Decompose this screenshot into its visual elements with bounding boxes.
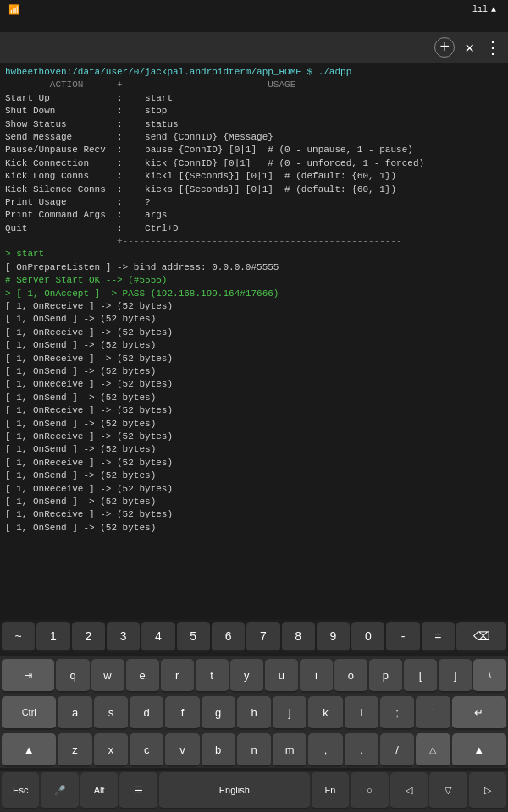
key-h[interactable]: h [237, 696, 271, 730]
key-,-8[interactable]: , [308, 733, 342, 767]
key-'[interactable]: ' [416, 696, 450, 730]
key-m-7[interactable]: m [273, 733, 306, 767]
menu-icon[interactable]: ⋮ [484, 37, 501, 58]
terminal-line: Pause/Unpause Recv : pause {ConnID} [0|1… [5, 144, 503, 156]
key-△-11[interactable]: △ [416, 733, 450, 767]
key-n-6[interactable]: n [237, 733, 271, 767]
key-q[interactable]: q [56, 659, 89, 693]
enter-key[interactable]: ↵ [452, 696, 506, 730]
num-key-9[interactable]: 9 [317, 622, 350, 652]
title-bar: + ✕ ⋮ [0, 32, 508, 63]
key-s[interactable]: s [94, 696, 128, 730]
status-bar2 [0, 19, 508, 32]
shift-right-key[interactable]: ▲ [452, 733, 506, 767]
key-t[interactable]: t [196, 659, 229, 693]
num-key-7[interactable]: 7 [246, 622, 279, 652]
zxcv-row: ▲zxcvbnm,./△▲ [0, 731, 508, 768]
title-bar-right: + ✕ ⋮ [434, 37, 501, 58]
key-x-2[interactable]: x [94, 733, 128, 767]
key-k[interactable]: k [308, 696, 342, 730]
menu-key[interactable]: ☰ [119, 772, 157, 809]
key-a[interactable]: a [58, 696, 91, 730]
mic-key[interactable]: 🎤 [41, 772, 78, 809]
num-key-12[interactable]: = [422, 622, 455, 652]
language-key[interactable]: English [159, 772, 310, 809]
num-key-10[interactable]: 0 [351, 622, 384, 652]
num-key-5[interactable]: 5 [177, 622, 210, 652]
num-key-8[interactable]: 8 [282, 622, 315, 652]
key-.-9[interactable]: . [345, 733, 378, 767]
key-;[interactable]: ; [380, 696, 414, 730]
key-i[interactable]: i [300, 659, 333, 693]
terminal-line: Kick Long Conns : kickl [{Seconds}] [0|1… [5, 170, 503, 183]
add-icon[interactable]: + [434, 37, 455, 58]
terminal-line: Kick Silence Conns : kicks [{Seconds}] [… [5, 184, 503, 196]
key-l[interactable]: l [345, 696, 378, 730]
fn-key[interactable]: Fn [312, 772, 349, 809]
nav-down-key[interactable]: ▽ [429, 772, 467, 809]
key-v-4[interactable]: v [165, 733, 199, 767]
terminal-lines: hwbeethoven:/data/user/0/jackpal.android… [5, 66, 503, 535]
terminal-line: [ 1, OnSend ] -> (52 bytes) [5, 339, 503, 352]
home-key[interactable]: ○ [351, 772, 388, 809]
backspace-key[interactable]: ⌫ [456, 622, 506, 652]
alt-key[interactable]: Alt [80, 772, 118, 809]
terminal-line: [ 1, OnSend ] -> (52 bytes) [5, 496, 503, 508]
key-b-5[interactable]: b [202, 733, 235, 767]
terminal: hwbeethoven:/data/user/0/jackpal.android… [0, 63, 508, 620]
key-u[interactable]: u [265, 659, 298, 693]
terminal-line: [ 1, OnReceive ] -> (52 bytes) [5, 508, 503, 521]
num-key-0[interactable]: ~ [2, 622, 35, 652]
terminal-line: > [ 1, OnAccept ] -> PASS (192.168.199.1… [5, 288, 503, 300]
num-key-3[interactable]: 3 [107, 622, 140, 652]
key-\[interactable]: \ [473, 659, 506, 693]
nav-right-key[interactable]: ▷ [469, 772, 506, 809]
key-d[interactable]: d [130, 696, 163, 730]
terminal-line: Shut Down : stop [5, 105, 503, 118]
num-key-1[interactable]: 1 [36, 622, 69, 652]
key-r[interactable]: r [161, 659, 194, 693]
tab-key[interactable]: ⇥ [2, 659, 54, 693]
terminal-line: [ 1, OnSend ] -> (52 bytes) [5, 443, 503, 456]
key-[[interactable]: [ [404, 659, 437, 693]
number-row: ~1234567890-=⌫ [0, 620, 508, 654]
terminal-line: [ 1, OnSend ] -> (52 bytes) [5, 365, 503, 378]
key-o[interactable]: o [334, 659, 367, 693]
back-key[interactable]: ◁ [390, 772, 428, 809]
terminal-line: [ 1, OnSend ] -> (52 bytes) [5, 522, 503, 535]
key-j[interactable]: j [273, 696, 306, 730]
signal-icons: 📶 [8, 4, 20, 15]
terminal-line: Print Usage : ? [5, 196, 503, 209]
ctrl-key[interactable]: Ctrl [2, 696, 56, 730]
num-key-4[interactable]: 4 [141, 622, 174, 652]
terminal-line: [ 1, OnReceive ] -> (52 bytes) [5, 300, 503, 313]
key-f[interactable]: f [165, 696, 199, 730]
terminal-line: Print Command Args : args [5, 209, 503, 222]
key-][interactable]: ] [439, 659, 472, 693]
terminal-line: [ 1, OnReceive ] -> (52 bytes) [5, 431, 503, 443]
key-c-3[interactable]: c [130, 733, 163, 767]
key-p[interactable]: p [369, 659, 402, 693]
key-e[interactable]: e [126, 659, 159, 693]
num-key-11[interactable]: - [386, 622, 419, 652]
close-icon[interactable]: ✕ [465, 38, 474, 57]
terminal-line: Show Status : status [5, 118, 503, 131]
status-bar: 📶 lıl ▲ [0, 0, 508, 19]
terminal-line: ------- ACTION -----+-------------------… [5, 79, 503, 91]
key-z-1[interactable]: z [58, 733, 91, 767]
terminal-line: [ 1, OnReceive ] -> (52 bytes) [5, 404, 503, 417]
num-key-6[interactable]: 6 [212, 622, 245, 652]
qwerty-row: ⇥qwertyuiop[]\ [0, 656, 508, 694]
terminal-line: [ OnPrepareListen ] -> bind address: 0.0… [5, 261, 503, 274]
esc-key[interactable]: Esc [2, 772, 39, 809]
shift-left-key[interactable]: ▲ [2, 733, 56, 767]
terminal-line: [ 1, OnSend ] -> (52 bytes) [5, 469, 503, 482]
key-w[interactable]: w [91, 659, 124, 693]
terminal-line: [ 1, OnReceive ] -> (52 bytes) [5, 378, 503, 391]
key-y[interactable]: y [230, 659, 263, 693]
key-/-10[interactable]: / [380, 733, 414, 767]
terminal-line: [ 1, OnSend ] -> (52 bytes) [5, 313, 503, 326]
key-g[interactable]: g [202, 696, 235, 730]
num-key-2[interactable]: 2 [72, 622, 105, 652]
terminal-line: Send Message : send {ConnID} {Message} [5, 131, 503, 144]
